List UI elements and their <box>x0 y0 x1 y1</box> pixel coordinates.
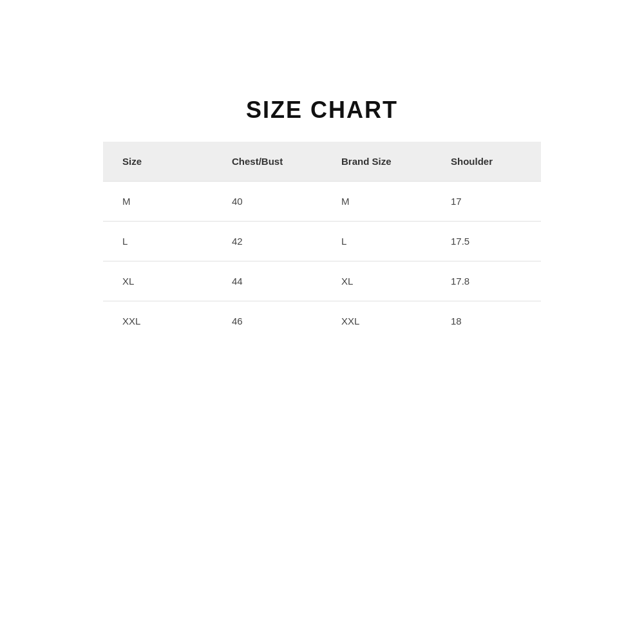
cell-3-2: XXL <box>322 301 431 341</box>
header-size: Size <box>103 142 213 182</box>
table-row: M40M17 <box>103 182 541 222</box>
table-header-row: Size Chest/Bust Brand Size Shoulder <box>103 142 541 182</box>
page-title: SIZE CHART <box>103 97 541 124</box>
cell-0-2: M <box>322 182 431 222</box>
cell-3-1: 46 <box>213 301 322 341</box>
header-shoulder: Shoulder <box>431 142 541 182</box>
header-chest: Chest/Bust <box>213 142 322 182</box>
cell-2-3: 17.8 <box>431 261 541 301</box>
cell-2-2: XL <box>322 261 431 301</box>
table-row: L42L17.5 <box>103 222 541 261</box>
table-row: XL44XL17.8 <box>103 261 541 301</box>
cell-2-1: 44 <box>213 261 322 301</box>
cell-1-1: 42 <box>213 222 322 261</box>
cell-0-3: 17 <box>431 182 541 222</box>
main-container: SIZE CHART Size Chest/Bust Brand Size Sh… <box>103 97 541 341</box>
cell-2-0: XL <box>103 261 213 301</box>
size-chart-table: Size Chest/Bust Brand Size Shoulder M40M… <box>103 142 541 341</box>
cell-1-2: L <box>322 222 431 261</box>
cell-3-0: XXL <box>103 301 213 341</box>
cell-0-1: 40 <box>213 182 322 222</box>
cell-1-3: 17.5 <box>431 222 541 261</box>
table-row: XXL46XXL18 <box>103 301 541 341</box>
cell-1-0: L <box>103 222 213 261</box>
cell-0-0: M <box>103 182 213 222</box>
header-brand: Brand Size <box>322 142 431 182</box>
cell-3-3: 18 <box>431 301 541 341</box>
